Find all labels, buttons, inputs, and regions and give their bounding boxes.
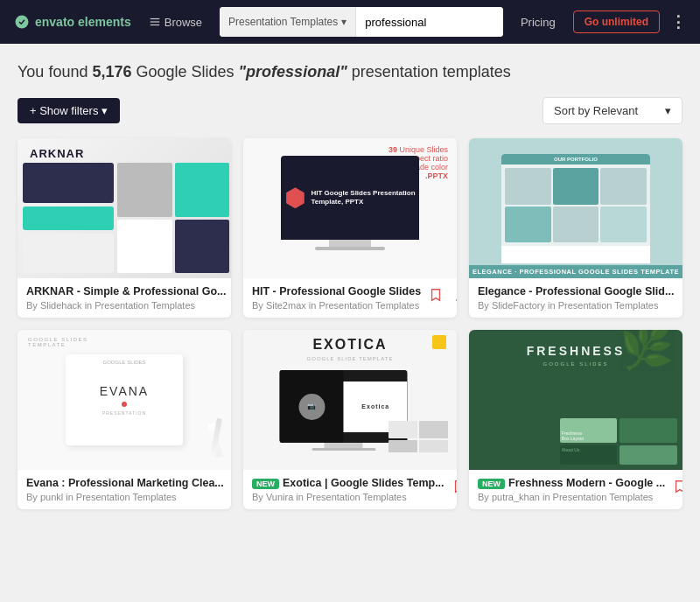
go-unlimited-button[interactable]: Go unlimited bbox=[573, 10, 660, 33]
svg-rect-1 bbox=[150, 18, 159, 19]
card-evana-actions bbox=[229, 477, 231, 496]
filters-bar: + Show filters ▾ Sort by Relevant ▾ bbox=[18, 97, 682, 124]
card-arknar-info: ARKNAR - Simple & Professional Go... By … bbox=[18, 278, 231, 318]
main-content: You found 5,176 Google Slides "professio… bbox=[0, 44, 700, 602]
card-evana-author: By punkl in Presentation Templates bbox=[26, 492, 224, 502]
logo-text: envato elements bbox=[35, 15, 131, 29]
card-hit-actions bbox=[426, 285, 457, 304]
card-freshness-title: NEWFreshness Modern - Google ... bbox=[478, 477, 665, 489]
search-bar: Presentation Templates ▾ ✕ bbox=[220, 7, 503, 37]
card-arknar-thumbnail[interactable]: ARKNAR bbox=[18, 138, 231, 278]
card-elegance: OUR PORTFOLIO ELEGANCE · PROFESSIONAL GO… bbox=[469, 138, 682, 318]
card-exotica-info: NEWExotica | Google Slides Temp... By Vu… bbox=[243, 470, 457, 509]
card-freshness-actions bbox=[670, 477, 682, 496]
exotica-title: EXOTICA bbox=[312, 337, 387, 353]
card-hit-text: HIT - Professional Google Slides By Site… bbox=[252, 285, 421, 311]
card-hit-thumbnail[interactable]: 39 Unique Slides 16:9 Aspect ratio 6 Pre… bbox=[243, 138, 457, 278]
hit-monitor: HIT Google Slides PresentationTemplate, … bbox=[281, 156, 420, 261]
card-freshness-info: NEWFreshness Modern - Google ... By putr… bbox=[469, 470, 682, 509]
header: envato elements Browse Presentation Temp… bbox=[0, 0, 700, 44]
card-evana-text: Evana : Professional Marketing Clea... B… bbox=[26, 477, 224, 502]
new-badge: NEW bbox=[478, 479, 505, 489]
card-arknar-title: ARKNAR - Simple & Professional Go... bbox=[26, 285, 227, 298]
pricing-nav-link[interactable]: Pricing bbox=[514, 16, 563, 29]
card-elegance-author: By SlideFactory in Presentation Template… bbox=[478, 300, 674, 311]
elegance-monitor: OUR PORTFOLIO bbox=[501, 154, 651, 263]
freshness-title: FRESHNESS bbox=[527, 344, 626, 358]
svg-rect-2 bbox=[150, 21, 159, 22]
more-options-icon[interactable]: ⋮ bbox=[670, 12, 686, 32]
arknar-label: ARKNAR bbox=[30, 147, 84, 160]
browse-button[interactable]: Browse bbox=[142, 16, 209, 29]
card-freshness-author: By putra_khan in Presentation Templates bbox=[478, 492, 665, 502]
results-grid: ARKNAR bbox=[18, 138, 682, 509]
card-elegance-info: Elegance - Professional Google Slid... B… bbox=[469, 278, 682, 318]
card-exotica-title: NEWExotica | Google Slides Temp... bbox=[252, 477, 444, 489]
card-arknar-text: ARKNAR - Simple & Professional Go... By … bbox=[26, 285, 227, 311]
search-category-dropdown[interactable]: Presentation Templates ▾ bbox=[220, 7, 356, 37]
exotica-subtitle: GOOGLE SLIDE TEMPLATE bbox=[307, 356, 394, 361]
logo: envato elements bbox=[14, 14, 131, 30]
card-exotica-author: By Vunira in Presentation Templates bbox=[252, 492, 444, 502]
sort-dropdown[interactable]: Sort by Relevant ▾ bbox=[542, 97, 682, 124]
download-icon[interactable] bbox=[451, 285, 457, 304]
card-exotica: EXOTICA GOOGLE SLIDE TEMPLATE 📷 Exotica bbox=[243, 330, 457, 509]
evana-card: GOOGLE SLIDES EVANA PRESENTATION bbox=[66, 354, 183, 445]
freshness-subtitle: GOOGLE SLIDES bbox=[542, 361, 608, 367]
results-count: 5,176 bbox=[92, 63, 131, 80]
card-freshness: FRESHNESS GOOGLE SLIDES 🌿 FreshnessBox L… bbox=[469, 330, 682, 509]
card-evana-info: Evana : Professional Marketing Clea... B… bbox=[18, 470, 231, 509]
bookmark-icon[interactable] bbox=[679, 285, 682, 304]
card-arknar-author: By Slidehack in Presentation Templates bbox=[26, 300, 227, 311]
card-freshness-thumbnail[interactable]: FRESHNESS GOOGLE SLIDES 🌿 FreshnessBox L… bbox=[469, 330, 682, 470]
card-evana-title: Evana : Professional Marketing Clea... bbox=[26, 477, 224, 489]
card-arknar: ARKNAR bbox=[18, 138, 231, 318]
card-exotica-actions bbox=[450, 477, 457, 496]
svg-rect-3 bbox=[150, 24, 159, 25]
show-filters-button[interactable]: + Show filters ▾ bbox=[18, 98, 120, 123]
new-badge: NEW bbox=[252, 479, 279, 489]
card-evana: GOOGLE SLIDESTEMPLATE GOOGLE SLIDES EVAN… bbox=[18, 330, 231, 509]
card-hit-author: By Site2max in Presentation Templates bbox=[252, 300, 421, 311]
card-evana-thumbnail[interactable]: GOOGLE SLIDESTEMPLATE GOOGLE SLIDES EVAN… bbox=[18, 330, 231, 470]
results-heading: You found 5,176 Google Slides "professio… bbox=[18, 61, 682, 83]
bookmark-icon[interactable] bbox=[229, 477, 231, 496]
card-exotica-thumbnail[interactable]: EXOTICA GOOGLE SLIDE TEMPLATE 📷 Exotica bbox=[243, 330, 457, 470]
bookmark-icon[interactable] bbox=[450, 477, 457, 496]
card-exotica-text: NEWExotica | Google Slides Temp... By Vu… bbox=[252, 477, 444, 502]
elegance-label-bar: ELEGANCE · PROFESSIONAL GOOGLE SLIDES TE… bbox=[469, 265, 682, 278]
card-hit-title: HIT - Professional Google Slides bbox=[252, 285, 421, 298]
results-suffix: presentation templates bbox=[352, 63, 511, 80]
card-freshness-text: NEWFreshness Modern - Google ... By putr… bbox=[478, 477, 665, 502]
bookmark-icon[interactable] bbox=[670, 477, 682, 496]
browse-icon bbox=[149, 16, 161, 28]
search-input[interactable] bbox=[356, 7, 503, 37]
logo-icon bbox=[14, 14, 30, 30]
svg-point-0 bbox=[16, 16, 29, 29]
card-elegance-actions bbox=[679, 285, 682, 304]
card-elegance-thumbnail[interactable]: OUR PORTFOLIO ELEGANCE · PROFESSIONAL GO… bbox=[469, 138, 682, 278]
card-elegance-title: Elegance - Professional Google Slid... bbox=[478, 285, 674, 298]
results-query: "professional" bbox=[239, 63, 347, 80]
bookmark-icon[interactable] bbox=[426, 285, 445, 304]
card-hit-info: HIT - Professional Google Slides By Site… bbox=[243, 278, 457, 318]
sort-chevron-icon: ▾ bbox=[665, 104, 671, 117]
leaf-decoration: 🌿 bbox=[620, 330, 674, 372]
card-elegance-text: Elegance - Professional Google Slid... B… bbox=[478, 285, 674, 311]
freshness-grid: FreshnessBox Layout About Us bbox=[560, 418, 677, 465]
chevron-down-icon: ▾ bbox=[341, 16, 346, 28]
card-hit: 39 Unique Slides 16:9 Aspect ratio 6 Pre… bbox=[243, 138, 457, 318]
